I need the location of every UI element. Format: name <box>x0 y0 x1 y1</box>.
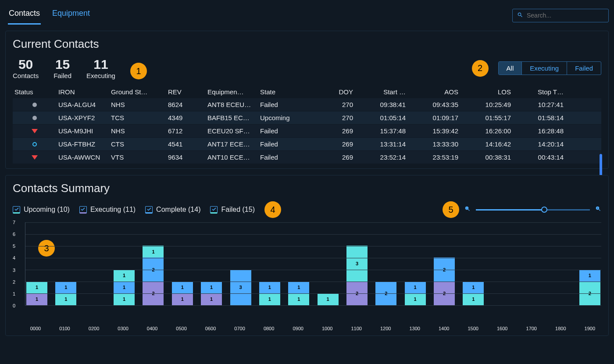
cell-state: Upcoming <box>260 114 308 121</box>
bar-segment: 1 <box>318 293 339 305</box>
bar-segment: 1 <box>26 293 47 305</box>
zoom-slider-thumb[interactable] <box>541 207 547 213</box>
cell-stop: 16:28:48 <box>514 127 567 135</box>
checkbox-upcoming[interactable] <box>13 206 20 214</box>
col-rev[interactable]: REV <box>168 88 207 96</box>
cell-ground: NHS <box>111 127 168 135</box>
tab-contacts[interactable]: Contacts <box>8 6 41 25</box>
cell-rev: 4541 <box>168 140 207 148</box>
legend-failed-label: Failed (15) <box>221 206 254 214</box>
col-equipment[interactable]: Equipmen… <box>207 88 260 96</box>
stat-contacts: 50 Contacts <box>13 57 39 79</box>
filter-all[interactable]: All <box>499 62 522 75</box>
annotation-badge-1: 1 <box>130 63 147 79</box>
table-row[interactable]: USA-AWWCNVTS9634ANT10 ECE…Failed26923:52… <box>13 151 601 164</box>
contacts-summary-panel: Contacts Summary Upcoming (10) Executing… <box>5 175 609 336</box>
search-input[interactable] <box>527 12 604 19</box>
cell-doy: 269 <box>308 127 357 135</box>
bar-segment: 1 <box>405 293 426 305</box>
col-los[interactable]: LOS <box>462 88 514 96</box>
x-tick: 0800 <box>258 326 279 331</box>
y-tick: 5 <box>13 243 15 249</box>
col-state[interactable]: State <box>260 88 308 96</box>
table-row[interactable]: USA-XPYF2TCS4349BAFB15 EC…Upcoming27001:… <box>13 111 601 124</box>
legend-upcoming-label: Upcoming (10) <box>24 206 70 214</box>
annotation-badge-4: 4 <box>264 201 281 218</box>
cell-doy: 270 <box>308 114 357 121</box>
zoom-in-icon[interactable] <box>595 206 601 214</box>
bar-segment: 1 <box>55 282 76 293</box>
stat-executing-num: 11 <box>86 57 115 72</box>
bar-segment: 1 <box>405 282 426 293</box>
legend-complete[interactable]: Complete (14) <box>145 206 200 214</box>
tab-equipment[interactable]: Equipment <box>51 6 91 25</box>
checkbox-failed[interactable] <box>210 206 218 214</box>
x-tick: 0500 <box>171 326 192 331</box>
legend-executing[interactable]: Executing (11) <box>79 206 136 214</box>
bar-column[interactable]: 23 <box>346 246 368 305</box>
cell-los: 00:38:31 <box>462 153 514 161</box>
col-ground[interactable]: Ground St… <box>111 88 168 96</box>
col-iron[interactable]: IRON <box>58 88 111 96</box>
bar-column[interactable]: 1 <box>318 293 339 305</box>
bar-column[interactable]: 221 <box>143 246 164 305</box>
col-aos[interactable]: AOS <box>409 88 462 96</box>
cell-ground: NHS <box>111 101 168 108</box>
table-row[interactable]: USA-FTBHZCTS4541ANT17 ECE…Failed26913:31… <box>13 138 601 150</box>
summary-chart: 3 01234567 11111112211111311111232112211… <box>13 222 601 323</box>
cell-aos: 01:09:17 <box>409 114 462 121</box>
bar-segment: 1 <box>579 270 600 282</box>
bar-segment: 1 <box>201 282 222 293</box>
cell-state: Failed <box>260 101 308 108</box>
x-tick: 0900 <box>288 326 309 331</box>
bar-column[interactable]: 111 <box>114 270 135 305</box>
cell-equipment: ANT10 ECE… <box>207 153 260 161</box>
legend-failed[interactable]: Failed (15) <box>210 206 254 214</box>
x-tick: 0200 <box>83 326 104 331</box>
checkbox-complete[interactable] <box>145 206 153 214</box>
checkbox-executing[interactable] <box>79 206 87 214</box>
stat-executing: 11 Executing <box>86 57 115 79</box>
zoom-slider[interactable] <box>476 209 590 211</box>
col-start[interactable]: Start … <box>357 88 409 96</box>
cell-state: Failed <box>260 140 308 148</box>
table-row[interactable]: USA-M9JHINHS6712ECEU20 SF…Failed26915:37… <box>13 125 601 137</box>
cell-iron: USA-ALGU4 <box>58 101 111 108</box>
annotation-badge-2: 2 <box>472 60 489 77</box>
panel-title-current: Current Contacts <box>13 37 601 51</box>
cell-los: 01:55:17 <box>462 114 514 121</box>
bar-segment: 1 <box>259 282 280 293</box>
legend-upcoming[interactable]: Upcoming (10) <box>13 206 70 214</box>
filter-executing[interactable]: Executing <box>521 62 567 75</box>
x-tick: 0000 <box>25 326 46 331</box>
x-tick: 0700 <box>229 326 250 331</box>
filter-failed[interactable]: Failed <box>567 62 601 75</box>
zoom-out-icon[interactable] <box>464 206 471 214</box>
main-tabs: Contacts Equipment <box>5 6 91 25</box>
col-doy[interactable]: DOY <box>308 88 357 96</box>
bar-segment: 1 <box>288 293 309 305</box>
cell-start: 13:31:14 <box>357 140 409 148</box>
cell-stop: 01:58:14 <box>514 114 567 121</box>
search-input-wrapper[interactable] <box>512 9 609 22</box>
stat-failed-label: Failed <box>54 72 71 79</box>
bar-segment: 1 <box>259 293 280 305</box>
x-tick: 1600 <box>492 326 513 331</box>
current-contacts-panel: Current Contacts 50 Contacts 15 Failed 1… <box>5 31 609 169</box>
cell-iron: USA-M9JHI <box>58 127 111 135</box>
cell-los: 14:16:42 <box>462 140 514 148</box>
critical-icon <box>32 155 38 160</box>
bar-column[interactable]: 21 <box>579 270 600 305</box>
stat-failed: 15 Failed <box>54 57 71 79</box>
cell-state: Failed <box>260 153 308 161</box>
off-icon <box>32 103 37 107</box>
cell-los: 16:26:00 <box>462 127 514 135</box>
legend-executing-label: Executing (11) <box>90 206 136 214</box>
col-stop[interactable]: Stop T… <box>514 88 567 96</box>
table-row[interactable]: USA-ALGU4NHS8624ANT8 ECEU…Failed27009:38… <box>13 98 601 111</box>
y-tick: 2 <box>13 279 15 285</box>
col-status[interactable]: Status <box>14 88 58 96</box>
x-tick: 1100 <box>346 326 367 331</box>
bar-segment: 1 <box>201 293 222 305</box>
bar-column[interactable]: 3 <box>230 270 251 305</box>
